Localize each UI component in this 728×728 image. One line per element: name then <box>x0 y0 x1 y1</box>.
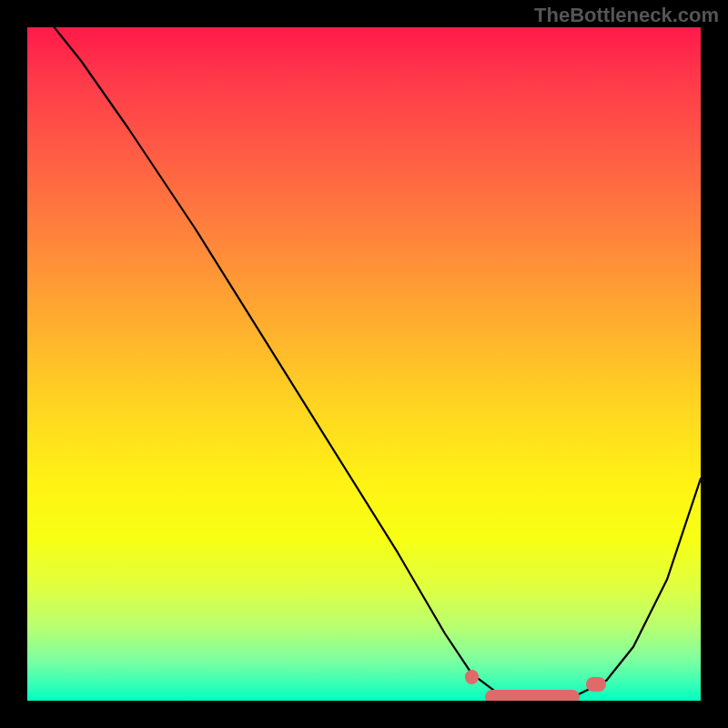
chart-container: TheBottleneck.com <box>0 0 728 728</box>
marker-right <box>586 677 606 692</box>
plot-area <box>27 27 701 701</box>
marker-left <box>465 670 479 684</box>
curve-path <box>55 27 701 697</box>
bottleneck-curve <box>27 27 701 701</box>
marker-flat <box>485 690 580 701</box>
watermark-text: TheBottleneck.com <box>534 4 719 27</box>
